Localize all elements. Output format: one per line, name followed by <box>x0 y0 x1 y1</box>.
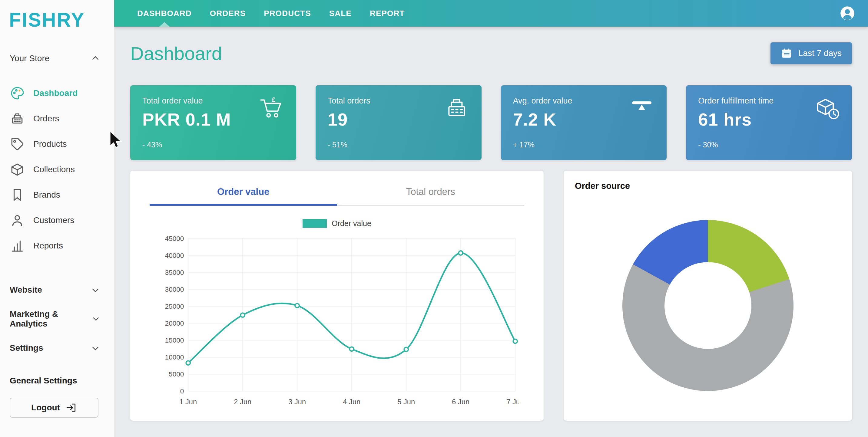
app-root: FISHRY Your Store Dashboard <box>0 0 868 437</box>
stat-delta: - 30% <box>698 140 840 149</box>
orders-register-icon <box>10 111 25 126</box>
topnav-item-orders[interactable]: ORDERS <box>201 0 255 27</box>
topnav-item-dashboard[interactable]: DASHBOARD <box>128 0 201 27</box>
sidebar-item-brands[interactable]: Brands <box>0 182 114 208</box>
stat-card-order-fulfillment-time[interactable]: Order fulfillment time 61 hrs - 30% <box>686 85 852 160</box>
sidebar-item-orders[interactable]: Orders <box>0 106 114 131</box>
chart-tabs: Order value Total orders <box>150 179 524 206</box>
sidebar-section-marketing-analytics[interactable]: Marketing & Analytics <box>0 304 114 334</box>
sidebar-menu: Dashboard Orders <box>0 80 114 259</box>
sidebar-item-products[interactable]: Products <box>0 131 114 157</box>
svg-text:2 Jun: 2 Jun <box>234 398 251 406</box>
sidebar-item-label: Products <box>33 139 67 149</box>
stat-card-total-order-value[interactable]: Total order value PKR 0.1 M - 43% £ <box>130 85 296 160</box>
sidebar-section-website[interactable]: Website <box>0 275 114 304</box>
svg-text:25000: 25000 <box>165 303 184 310</box>
order-value-chart-card: Order value Total orders Order value 050… <box>130 171 544 421</box>
svg-text:£: £ <box>272 96 276 103</box>
page-title: Dashboard <box>130 43 222 64</box>
chevron-down-icon <box>90 285 100 295</box>
logout-icon <box>65 402 77 413</box>
brand-logo: FISHRY <box>0 0 114 30</box>
svg-text:5000: 5000 <box>169 370 184 378</box>
order-source-title: Order source <box>575 181 841 191</box>
sidebar-item-label: Orders <box>33 114 59 124</box>
legend-swatch <box>303 219 327 228</box>
stat-delta: - 51% <box>328 140 469 149</box>
stats-row: Total order value PKR 0.1 M - 43% £ Tota… <box>130 85 852 160</box>
dashboard-palette-icon <box>10 86 25 101</box>
collections-box-icon <box>10 162 25 177</box>
sidebar-item-label: Collections <box>33 165 75 174</box>
sidebar-item-dashboard[interactable]: Dashboard <box>0 80 114 106</box>
page-header: Dashboard Last 7 days <box>130 42 852 64</box>
date-range-label: Last 7 days <box>798 48 842 58</box>
sidebar-section-settings[interactable]: Settings <box>0 334 114 363</box>
customers-person-icon <box>10 213 25 228</box>
main-area: DASHBOARD ORDERS PRODUCTS SALE REPORT Da… <box>114 0 868 437</box>
store-selector-label: Your Store <box>10 54 50 63</box>
sidebar-item-customers[interactable]: Customers <box>0 208 114 233</box>
section-label: Website <box>10 285 42 295</box>
svg-text:1 Jun: 1 Jun <box>179 398 197 406</box>
sidebar-sections: Website Marketing & Analytics Settings <box>0 275 114 363</box>
sidebar-item-collections[interactable]: Collections <box>0 157 114 182</box>
date-range-button[interactable]: Last 7 days <box>771 42 852 64</box>
stat-delta: + 17% <box>513 140 655 149</box>
calendar-icon <box>781 47 792 59</box>
chevron-down-icon <box>90 343 100 353</box>
svg-text:0: 0 <box>180 388 184 395</box>
logout-button-label: Logout <box>31 403 60 412</box>
sidebar-item-label: Brands <box>33 190 60 200</box>
scale-icon <box>628 95 655 122</box>
svg-text:40000: 40000 <box>165 252 184 259</box>
topnav-item-report[interactable]: REPORT <box>361 0 414 27</box>
tab-total-orders[interactable]: Total orders <box>337 179 525 205</box>
svg-text:7 Jun: 7 Jun <box>506 398 519 406</box>
svg-text:10000: 10000 <box>165 354 184 361</box>
tab-order-value[interactable]: Order value <box>150 179 337 205</box>
cart-icon: £ <box>258 95 285 122</box>
chevron-up-icon <box>90 53 100 64</box>
sidebar: FISHRY Your Store Dashboard <box>0 0 114 437</box>
user-avatar-icon[interactable] <box>840 5 855 21</box>
stat-card-total-orders[interactable]: Total orders 19 - 51% <box>316 85 482 160</box>
sidebar-item-reports[interactable]: Reports <box>0 233 114 259</box>
products-tag-icon <box>10 136 25 152</box>
order-source-card: Order source <box>564 171 852 421</box>
section-label: Marketing & Analytics <box>10 309 91 329</box>
sidebar-item-label: Customers <box>33 215 74 225</box>
svg-text:15000: 15000 <box>165 337 184 344</box>
sidebar-item-label: Reports <box>33 241 63 250</box>
sidebar-item-label: Dashboard <box>33 88 78 98</box>
stat-card-avg-order-value[interactable]: Avg. order value 7.2 K + 17% <box>501 85 667 160</box>
order-value-line-chart: 0500010000150002000025000300003500040000… <box>155 234 519 412</box>
svg-text:6 Jun: 6 Jun <box>452 398 469 406</box>
svg-text:3 Jun: 3 Jun <box>288 398 306 406</box>
svg-text:35000: 35000 <box>165 269 184 276</box>
brands-bookmark-icon <box>10 187 25 202</box>
stat-delta: - 43% <box>142 140 284 149</box>
package-clock-icon <box>814 95 840 122</box>
sidebar-item-general-settings[interactable]: General Settings <box>0 376 114 385</box>
topnav-item-sale[interactable]: SALE <box>320 0 361 27</box>
svg-text:30000: 30000 <box>165 286 184 293</box>
logout-button[interactable]: Logout <box>10 398 98 417</box>
svg-text:45000: 45000 <box>165 235 184 242</box>
section-label: Settings <box>10 343 43 353</box>
chart-legend[interactable]: Order value <box>130 219 544 228</box>
page-content: Dashboard Last 7 days Total order value … <box>114 27 868 437</box>
topnav-item-products[interactable]: PRODUCTS <box>255 0 320 27</box>
register-icon <box>443 95 470 122</box>
svg-text:5 Jun: 5 Jun <box>397 398 415 406</box>
reports-chart-icon <box>10 238 25 253</box>
chevron-down-icon <box>91 314 100 324</box>
store-selector[interactable]: Your Store <box>0 53 114 64</box>
order-source-donut <box>622 220 794 391</box>
svg-text:4 Jun: 4 Jun <box>343 398 361 406</box>
charts-row: Order value Total orders Order value 050… <box>130 171 852 421</box>
legend-label: Order value <box>332 219 371 228</box>
top-navigation: DASHBOARD ORDERS PRODUCTS SALE REPORT <box>114 0 868 27</box>
svg-text:20000: 20000 <box>165 320 184 327</box>
